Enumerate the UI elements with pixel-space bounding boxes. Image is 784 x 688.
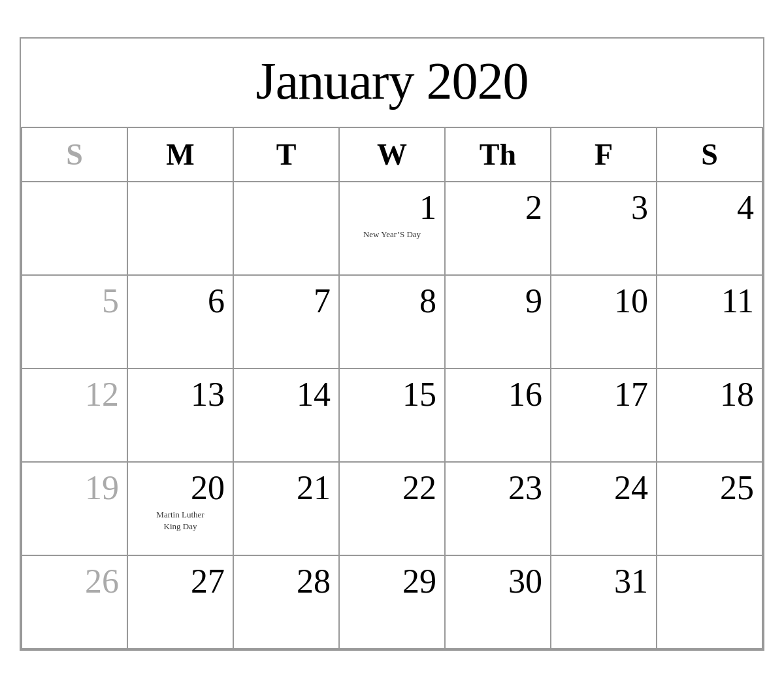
day-cell: 6	[128, 276, 234, 369]
day-cell: 4	[657, 182, 763, 276]
day-cell: 22	[340, 463, 446, 556]
day-number: 24	[559, 469, 648, 506]
day-cell: 2	[446, 182, 551, 276]
day-number: 8	[348, 282, 436, 319]
day-number: 14	[242, 376, 331, 413]
day-number: 4	[665, 189, 754, 226]
day-number: 25	[665, 469, 754, 506]
day-number: 18	[665, 376, 754, 413]
day-number: 31	[559, 563, 648, 600]
calendar: January 2020 SMTWThFS0001New Year’S Day2…	[20, 37, 764, 651]
day-header-thursday: Th	[446, 128, 551, 182]
day-number: 23	[453, 469, 542, 506]
day-number: 13	[136, 376, 225, 413]
day-cell: 14	[234, 369, 340, 463]
day-cell: 10	[551, 276, 657, 369]
day-cell: 31	[551, 556, 657, 649]
day-cell: 16	[446, 369, 551, 463]
day-cell: 11	[657, 276, 763, 369]
day-number: 29	[348, 563, 436, 600]
day-number: 11	[665, 282, 754, 319]
day-cell: 24	[551, 463, 657, 556]
day-cell: 29	[340, 556, 446, 649]
day-cell: 7	[234, 276, 340, 369]
day-number: 1	[348, 189, 436, 226]
day-cell: 0	[22, 182, 128, 276]
day-cell: 23	[446, 463, 551, 556]
day-number: 27	[136, 563, 225, 600]
day-cell: 19	[22, 463, 128, 556]
day-number: 0	[30, 189, 119, 226]
day-number: 2	[453, 189, 542, 226]
day-cell: 17	[551, 369, 657, 463]
day-number: 28	[242, 563, 331, 600]
day-cell: 9	[446, 276, 551, 369]
day-cell: 27	[128, 556, 234, 649]
day-cell: 13	[128, 369, 234, 463]
day-cell: 0	[128, 182, 234, 276]
day-number: 21	[242, 469, 331, 506]
day-number: 16	[453, 376, 542, 413]
day-cell: 20Martin Luther King Day	[128, 463, 234, 556]
day-cell: 0	[234, 182, 340, 276]
day-number: 6	[136, 282, 225, 319]
day-number: 0	[242, 189, 331, 226]
day-cell: 26	[22, 556, 128, 649]
day-cell: 28	[234, 556, 340, 649]
day-number: 20	[136, 469, 225, 506]
day-number: 3	[559, 189, 648, 226]
day-header-tuesday: T	[234, 128, 340, 182]
day-cell: 15	[340, 369, 446, 463]
day-cell: 25	[657, 463, 763, 556]
day-number: 9	[453, 282, 542, 319]
day-number: 26	[30, 563, 119, 600]
day-cell: 5	[22, 276, 128, 369]
day-header-wednesday: W	[340, 128, 446, 182]
day-number: 7	[242, 282, 331, 319]
day-number: 0	[136, 189, 225, 226]
day-cell: 30	[446, 556, 551, 649]
calendar-grid: SMTWThFS0001New Year’S Day23456789101112…	[21, 128, 763, 649]
day-cell: 8	[340, 276, 446, 369]
day-cell: 3	[551, 182, 657, 276]
calendar-title: January 2020	[21, 39, 763, 128]
day-number: 5	[30, 282, 119, 319]
day-number: 15	[348, 376, 436, 413]
day-cell: 0	[657, 556, 763, 649]
day-cell: 21	[234, 463, 340, 556]
day-header-sunday: S	[22, 128, 128, 182]
day-number: 0	[665, 563, 754, 600]
day-number: 22	[348, 469, 436, 506]
day-number: 10	[559, 282, 648, 319]
day-header-monday: M	[128, 128, 234, 182]
day-header-friday: F	[551, 128, 657, 182]
day-number: 17	[559, 376, 648, 413]
day-header-saturday: S	[657, 128, 763, 182]
holiday-label: Martin Luther King Day	[136, 509, 225, 532]
day-number: 19	[30, 469, 119, 506]
day-number: 12	[30, 376, 119, 413]
day-number: 30	[453, 563, 542, 600]
day-cell: 1New Year’S Day	[340, 182, 446, 276]
day-cell: 18	[657, 369, 763, 463]
holiday-label: New Year’S Day	[348, 229, 436, 240]
day-cell: 12	[22, 369, 128, 463]
